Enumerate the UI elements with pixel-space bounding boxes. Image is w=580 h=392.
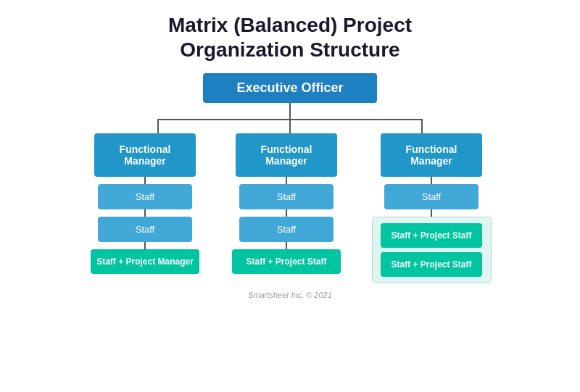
m1-v2 [144,209,146,217]
staff-project-manager-1: Staff + Project Manager [91,249,199,274]
col3-top-v [421,120,423,133]
staff31-label: Staff [422,191,442,202]
m1-v1 [144,177,146,184]
functional-manager-2: FunctionalManager [236,133,337,177]
exec-connector-v [289,103,291,119]
staff12-label: Staff [136,224,155,235]
manager3-label: FunctionalManager [406,143,457,167]
project-staff3b-label: Staff + Project Staff [391,259,471,270]
project-staff2-label: Staff + Project Staff [246,257,326,267]
project-staff3a-label: Staff + Project Staff [391,230,471,241]
title-line2: Organization Structure [180,38,399,61]
staff-project-staff-3a: Staff + Project Staff [381,223,482,248]
m2-v1 [286,177,287,184]
horizontal-connector [94,119,486,120]
org-chart: Executive Officer Functional Manager Sta… [0,73,580,283]
footer-text: Smartsheet Inc. © 2021 [248,291,332,299]
staff-project-staff-2: Staff + Project Staff [232,249,341,274]
column-3: FunctionalManager Staff Staff + Project … [362,133,500,283]
title-line1: Matrix (Balanced) Project [168,14,412,36]
m3-v2 [431,209,432,217]
executive-officer-box: Executive Officer [203,73,377,103]
columns-container: Functional Manager Staff Staff Staff + P… [80,133,500,283]
executive-label: Executive Officer [236,80,343,95]
footer: Smartsheet Inc. © 2021 [248,291,332,299]
column-1: Functional Manager Staff Staff Staff + P… [80,133,210,274]
staff-3-1: Staff [384,184,478,209]
manager1-label: Functional Manager [120,143,171,167]
staff22-label: Staff [277,224,297,235]
staff21-label: Staff [277,191,297,202]
m3-v1 [431,177,432,184]
m1-v3 [144,242,146,249]
staff-project-staff-3b: Staff + Project Staff [381,252,482,277]
column-top-connectors [94,120,486,133]
col1-top-v [157,120,159,133]
teal-section-3: Staff + Project Staff Staff + Project St… [372,217,492,283]
project-manager-label: Staff + Project Manager [96,257,194,267]
staff-1-1: Staff [98,184,192,209]
functional-manager-3: FunctionalManager [381,133,482,177]
page-title: Matrix (Balanced) Project Organization S… [168,13,412,62]
col2-top-v [289,120,291,133]
staff-2-2: Staff [239,217,334,242]
m2-v2 [286,209,287,217]
functional-manager-1: Functional Manager [94,133,196,177]
staff-2-1: Staff [239,184,334,209]
m2-v3 [286,242,287,249]
manager2-label: FunctionalManager [261,143,312,167]
staff11-label: Staff [136,191,155,202]
column-2: FunctionalManager Staff Staff Staff + Pr… [221,133,352,274]
staff-1-2: Staff [98,217,192,242]
